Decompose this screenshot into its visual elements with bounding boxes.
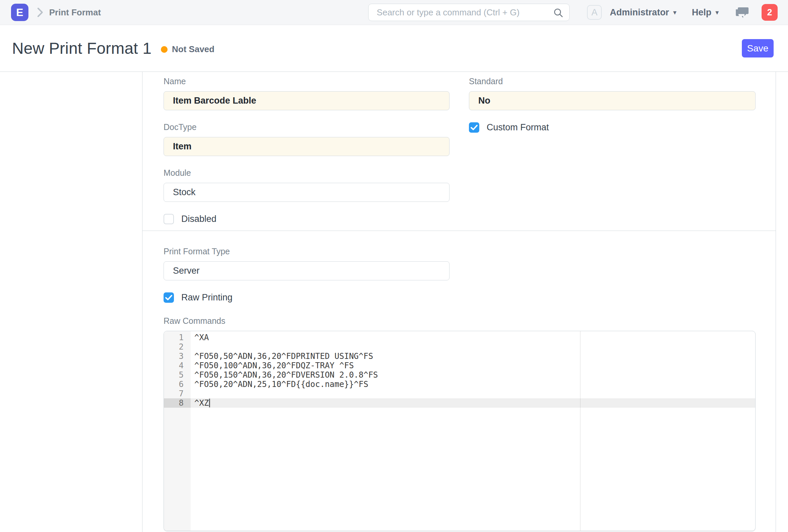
- code-line: 7: [164, 389, 755, 398]
- form-column-right: Standard No Custom Format: [469, 77, 755, 230]
- form-section-main: Name Item Barcode Lable DocType Item Mod…: [142, 72, 776, 230]
- line-code: ^XA: [191, 333, 755, 342]
- raw-printing-checkbox-row[interactable]: Raw Printing: [163, 292, 756, 303]
- field-print-format-type: Print Format Type Server: [163, 247, 450, 280]
- code-line: 1 ^XA: [164, 333, 755, 342]
- avatar-letter: A: [591, 7, 597, 18]
- user-menu[interactable]: Administrator ▾: [610, 7, 676, 18]
- disabled-checkbox[interactable]: [163, 214, 174, 224]
- save-button[interactable]: Save: [742, 39, 774, 58]
- page-title: New Print Format 1: [12, 39, 152, 58]
- line-number: 6: [164, 380, 191, 389]
- line-number: 8: [164, 398, 191, 408]
- check-icon: [165, 295, 172, 301]
- caret-down-icon: ▾: [673, 8, 676, 16]
- line-number: 3: [164, 351, 191, 361]
- doctype-input[interactable]: Item: [163, 137, 450, 156]
- module-label: Module: [163, 168, 450, 178]
- code-line: 3 ^FO50,50^ADN,36,20^FDPRINTED USING^FS: [164, 351, 755, 361]
- field-name: Name Item Barcode Lable: [163, 77, 450, 110]
- app-logo-letter: E: [16, 6, 23, 19]
- caret-down-icon: ▾: [715, 8, 719, 16]
- chevron-right-icon: [37, 7, 44, 18]
- not-saved-dot-icon: [161, 46, 168, 53]
- name-label: Name: [163, 77, 450, 86]
- text-cursor: [209, 399, 210, 407]
- module-input[interactable]: Stock: [163, 183, 450, 202]
- code-line-active: 8 ^XZ: [164, 398, 755, 408]
- line-code: ^FO50,20^ADN,25,10^FD{{doc.name}}^FS: [191, 380, 755, 389]
- search-input[interactable]: [369, 7, 546, 18]
- line-code: [191, 342, 755, 351]
- field-raw-commands: Raw Commands 1 ^XA 2 3 ^FO50,50^ADN,36: [163, 316, 450, 531]
- navbar-right: A Administrator ▾ Help ▾ 2: [368, 4, 777, 21]
- field-module: Module Stock: [163, 168, 450, 202]
- line-code: [191, 389, 755, 398]
- code-line: 2: [164, 342, 755, 351]
- line-code: ^XZ: [191, 398, 755, 408]
- title-area: New Print Format 1 Not Saved: [12, 39, 214, 58]
- custom-format-checkbox[interactable]: [469, 122, 479, 133]
- line-number: 4: [164, 361, 191, 370]
- name-input[interactable]: Item Barcode Lable: [163, 91, 450, 110]
- print-format-type-input[interactable]: Server: [163, 261, 450, 280]
- search-icon[interactable]: [553, 8, 563, 18]
- line-number: 1: [164, 333, 191, 342]
- line-number: 5: [164, 370, 191, 380]
- disabled-checkbox-row[interactable]: Disabled: [163, 214, 450, 224]
- raw-printing-checkbox[interactable]: [163, 292, 174, 303]
- avatar[interactable]: A: [587, 5, 602, 20]
- line-number: 7: [164, 389, 191, 398]
- help-menu[interactable]: Help ▾: [692, 7, 719, 18]
- navbar: E Print Format A Administrator ▾ Help ▾: [0, 0, 788, 25]
- standard-input[interactable]: No: [469, 91, 755, 110]
- custom-format-checkbox-row[interactable]: Custom Format: [469, 122, 755, 133]
- global-search[interactable]: [368, 4, 570, 21]
- notification-badge[interactable]: 2: [762, 4, 777, 21]
- editor-lines: 1 ^XA 2 3 ^FO50,50^ADN,36,20^FDPRINTED U…: [164, 331, 755, 408]
- field-standard: Standard No: [469, 77, 755, 110]
- form-column-left: Name Item Barcode Lable DocType Item Mod…: [163, 77, 450, 230]
- raw-commands-label: Raw Commands: [163, 316, 450, 326]
- raw-printing-checkbox-label: Raw Printing: [181, 292, 233, 303]
- code-line: 5 ^FO50,150^ADN,36,20^FDVERSION 2.0.8^FS: [164, 370, 755, 380]
- chat-icon[interactable]: [735, 6, 749, 19]
- print-format-type-label: Print Format Type: [163, 247, 450, 256]
- form-body: Name Item Barcode Lable DocType Item Mod…: [142, 72, 776, 532]
- user-menu-label: Administrator: [610, 7, 669, 18]
- form-section-raw: Print Format Type Server Raw Printing Ra…: [142, 230, 776, 531]
- code-line: 4 ^FO50,100^ADN,36,20^FDQZ-TRAY ^FS: [164, 361, 755, 370]
- breadcrumb[interactable]: Print Format: [49, 7, 101, 18]
- page-head: New Print Format 1 Not Saved Save: [0, 25, 788, 72]
- help-menu-label: Help: [692, 7, 711, 18]
- doctype-label: DocType: [163, 122, 450, 132]
- custom-format-checkbox-label: Custom Format: [487, 122, 549, 133]
- standard-label: Standard: [469, 77, 755, 86]
- line-code: ^FO50,100^ADN,36,20^FDQZ-TRAY ^FS: [191, 361, 755, 370]
- save-indicator: Not Saved: [161, 44, 214, 55]
- code-line: 6 ^FO50,20^ADN,25,10^FD{{doc.name}}^FS: [164, 380, 755, 389]
- disabled-checkbox-label: Disabled: [181, 214, 216, 224]
- status-text: Not Saved: [172, 44, 214, 55]
- line-code: ^FO50,150^ADN,36,20^FDVERSION 2.0.8^FS: [191, 370, 755, 380]
- line-number: 2: [164, 342, 191, 351]
- app-logo[interactable]: E: [11, 4, 28, 21]
- raw-commands-editor[interactable]: 1 ^XA 2 3 ^FO50,50^ADN,36,20^FDPRINTED U…: [163, 331, 755, 531]
- check-icon: [471, 125, 478, 130]
- navbar-left: E Print Format: [11, 4, 101, 21]
- field-doctype: DocType Item: [163, 122, 450, 156]
- line-code: ^FO50,50^ADN,36,20^FDPRINTED USING^FS: [191, 351, 755, 361]
